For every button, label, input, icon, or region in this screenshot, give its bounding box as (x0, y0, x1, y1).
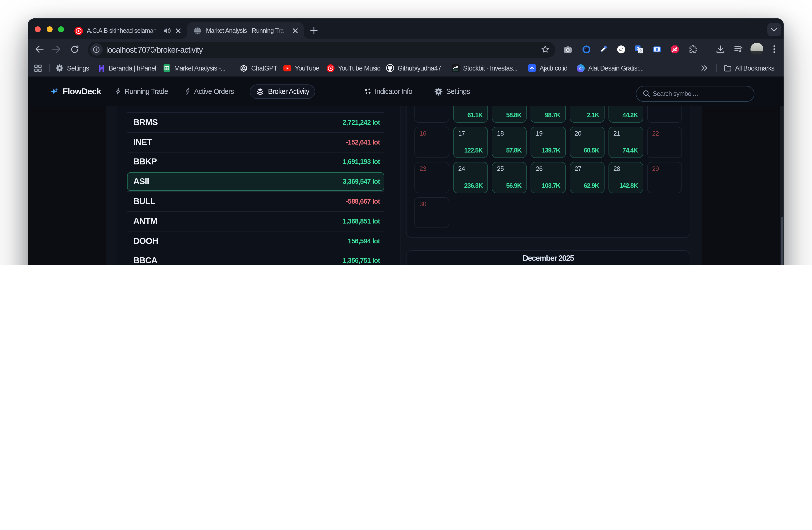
reload-button[interactable] (66, 39, 83, 60)
bookmark-item-alat-desain-gratis[interactable]: CAlat Desain Gratis:... (577, 60, 643, 76)
all-bookmarks-label: All Bookmarks (735, 64, 774, 72)
bookmark-label: YouTube Music (338, 64, 380, 72)
svg-text:C: C (579, 65, 583, 71)
bookmark-item-beranda-hpanel[interactable]: Beranda | hPanel (97, 60, 156, 76)
calendar-day-14[interactable]: 1444.2K (608, 106, 643, 123)
bookmark-item-youtube-music[interactable]: YouTube Music (327, 60, 380, 76)
day-number: 25 (497, 165, 504, 172)
tab-close-icon[interactable] (290, 25, 301, 36)
calendar-day-27[interactable]: 2762.9K (569, 162, 604, 193)
nav-item-settings[interactable]: Settings (434, 76, 470, 106)
page-scrollbar[interactable] (780, 106, 784, 265)
downloads-icon[interactable] (712, 39, 729, 60)
back-button[interactable] (31, 39, 48, 60)
stock-netflow-value: 1,691,193 lot (343, 158, 380, 166)
nav-item-indicator-info[interactable]: Indicator Info (364, 76, 412, 106)
traffic-close-button[interactable] (34, 26, 41, 32)
watchlist-row-inet[interactable]: INET-152,641 lot (127, 132, 384, 152)
watchlist-row-brms[interactable]: BRMS2,721,242 lot (127, 112, 384, 132)
tab-search-chevron-button[interactable] (767, 23, 781, 36)
bookmark-label: Alat Desain Gratis:... (588, 64, 643, 72)
calendar-day-22[interactable]: 22 (647, 127, 682, 158)
screenshot-camera-icon[interactable] (559, 39, 576, 60)
address-bar[interactable]: localhost:7070/broker-activity (88, 41, 555, 58)
calendar-day-26[interactable]: 26103.7K (531, 162, 566, 193)
bookmarks-overflow-chevrons[interactable] (700, 60, 708, 76)
calendar-day-20[interactable]: 2060.5K (569, 127, 604, 158)
side-panel-grid-icon[interactable] (34, 60, 42, 76)
calendar-day-16[interactable]: 16 (415, 127, 449, 158)
calendar-day-21[interactable]: 2174.4K (608, 127, 643, 158)
new-tab-button[interactable] (307, 23, 321, 37)
calendar-panel-december: December 2025 Aktif: 18 Total: 1.9M Avg:… (406, 250, 691, 265)
app-logo[interactable]: FlowDeck (49, 76, 101, 106)
color-picker-extension-icon[interactable] (595, 39, 612, 60)
calendar-day-11[interactable]: 1158.8K (492, 106, 527, 123)
traffic-minimize-button[interactable] (46, 26, 52, 32)
bookmark-item-youtube[interactable]: YouTube (284, 60, 319, 76)
tab-audio-icon[interactable] (162, 25, 173, 36)
calendar-day-28[interactable]: 28142.8K (608, 162, 643, 193)
bookmark-star-icon[interactable] (540, 44, 551, 55)
dots4-icon (364, 88, 371, 95)
tab-youtube-music[interactable]: A.C.A.B skinhead selaman (66, 22, 187, 39)
calendar-day-9[interactable]: 9 (415, 106, 449, 123)
nav-item-active-orders[interactable]: Active Orders (185, 76, 234, 106)
site-info-icon[interactable] (90, 43, 102, 56)
broker-netflow-card: BRMS2,721,242 lotINET-152,641 lotBBKP1,6… (116, 106, 401, 265)
tab-market-analysis[interactable]: Market Analysis - Running Tra (187, 22, 304, 39)
profile-avatar[interactable] (748, 39, 765, 60)
layers-icon (256, 88, 264, 95)
extensions-puzzle-icon[interactable] (685, 39, 701, 60)
blue-lens-extension-icon[interactable] (578, 39, 595, 60)
calendar-day-12[interactable]: 1298.7K (531, 106, 566, 123)
gear-icon (56, 64, 63, 72)
all-bookmarks-button[interactable]: All Bookmarks (724, 60, 774, 76)
calendar-day-24[interactable]: 24236.3K (453, 162, 488, 193)
calendar-day-25[interactable]: 2556.9K (492, 162, 527, 193)
watchlist-row-bull[interactable]: BULL-588,667 lot (127, 191, 384, 211)
globe-favicon (193, 27, 202, 34)
search-placeholder: Search symbol… (653, 90, 699, 98)
code-braces-extension-icon[interactable]: {…} (613, 39, 629, 60)
bookmark-item-stockbit-investas[interactable]: Stockbit - Investas... (452, 60, 518, 76)
watchlist-row-dooh[interactable]: DOOH156,594 lot (127, 231, 384, 251)
bookmark-item-settings[interactable]: Settings (56, 60, 89, 76)
nav-item-broker-activity[interactable]: Broker Activity (250, 84, 315, 99)
calendar-day-23[interactable]: 23 (415, 162, 449, 193)
bookmark-item-ajaib-co-id[interactable]: Ajaib.co.id (528, 60, 568, 76)
forward-button[interactable] (48, 39, 64, 60)
screen-recorder-extension-icon[interactable] (648, 39, 665, 60)
calendar-day-19[interactable]: 19139.7K (531, 127, 566, 158)
calendar-panel-november: November 2025 SunMonTueWedThuFriSat12345… (406, 106, 691, 238)
calendar-day-13[interactable]: 132.1K (569, 106, 604, 123)
svg-text:{…}: {…} (619, 47, 624, 51)
bookmark-item-github-yudha47[interactable]: Github/yudha47 (386, 60, 441, 76)
youtube-music-icon (327, 64, 335, 72)
watchlist-row-bbca[interactable]: BBCA1,356,751 lot (127, 251, 384, 265)
calendar-day-10[interactable]: 1061.1K (453, 106, 488, 123)
day-number: 19 (536, 130, 542, 137)
traffic-zoom-button[interactable] (58, 26, 64, 32)
media-playlist-icon[interactable] (730, 39, 747, 60)
watchlist-row-antm[interactable]: ANTM1,368,851 lot (127, 211, 384, 231)
stock-symbol: BRMS (133, 117, 158, 128)
bookmark-item-chatgpt[interactable]: ChatGPT (240, 60, 277, 76)
scrollbar-thumb[interactable] (781, 217, 783, 265)
nav-item-running-trade[interactable]: Running Trade (115, 76, 168, 106)
calendar-day-15[interactable]: 15 (647, 106, 682, 123)
calendar-day-18[interactable]: 1857.8K (492, 127, 527, 158)
adblock-extension-icon[interactable]: AD (666, 39, 683, 60)
google-translate-icon[interactable]: G文 (630, 39, 647, 60)
browser-menu-kebab-icon[interactable] (766, 39, 783, 60)
search-input[interactable]: Search symbol… (636, 86, 754, 101)
bookmarks-separator-2 (716, 64, 717, 72)
calendar-day-17[interactable]: 17122.5K (453, 127, 488, 158)
calendar-day-30[interactable]: 30 (415, 197, 449, 228)
calendar-day-29[interactable]: 29 (647, 162, 682, 193)
watchlist-row-bbkp[interactable]: BBKP1,691,193 lot (127, 152, 384, 172)
watchlist-row-asii[interactable]: ASII3,369,547 lot (127, 172, 384, 192)
bookmark-item-market-analysis[interactable]: Market Analysis -... (163, 60, 225, 76)
nav-label: Settings (446, 87, 470, 95)
browser-window: A.C.A.B skinhead selaman Market Analysis… (28, 18, 784, 265)
